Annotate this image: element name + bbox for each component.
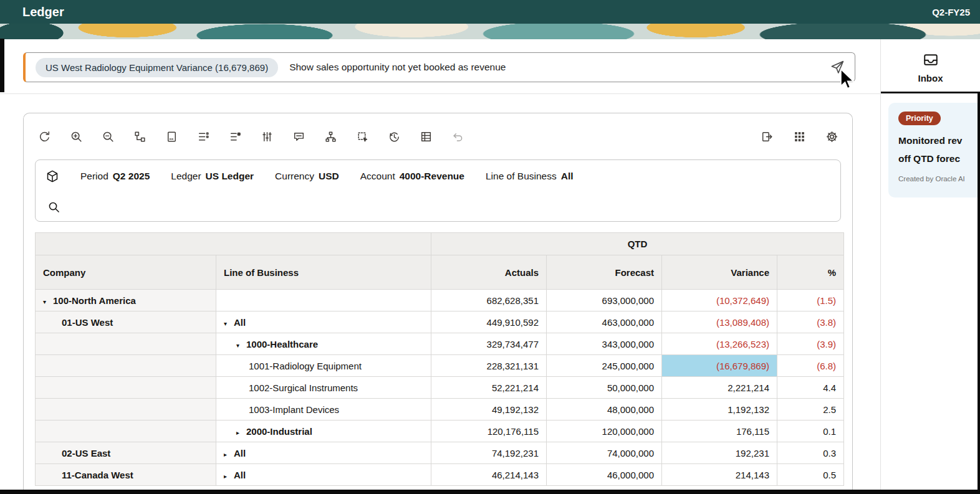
lob-cell[interactable]: 1002-Surgical Instruments <box>216 377 431 399</box>
percent-cell[interactable]: (3.9) <box>777 333 844 355</box>
variance-cell[interactable]: 2,221,214 <box>662 377 777 399</box>
percent-cell[interactable]: 0.3 <box>777 442 844 464</box>
lob-cell[interactable]: 1001-Radiology Equipment <box>216 355 431 377</box>
send-icon[interactable] <box>830 60 845 75</box>
insert-rows-icon[interactable] <box>196 130 210 143</box>
forecast-cell[interactable]: 48,000,000 <box>547 399 662 420</box>
lob-cell[interactable]: ▸All <box>216 464 431 486</box>
col-header-variance[interactable]: Variance <box>662 255 777 290</box>
variance-cell[interactable]: 214,143 <box>662 464 777 486</box>
variance-cell[interactable]: 1,192,132 <box>662 399 777 420</box>
percent-cell[interactable]: 0.5 <box>777 464 844 486</box>
col-header-line-of-business[interactable]: Line of Business <box>216 255 431 290</box>
lob-cell[interactable] <box>216 290 431 311</box>
zoom-in-icon[interactable] <box>69 130 83 143</box>
grid-layout-icon[interactable] <box>419 130 433 143</box>
prompt-context-chip[interactable]: US West Radiology Equipment Variance (16… <box>36 58 278 77</box>
actuals-cell[interactable]: 449,910,592 <box>431 311 547 333</box>
forecast-cell[interactable]: 463,000,000 <box>547 311 662 333</box>
notification-card[interactable]: Priority Monitored rev off QTD forec Cre… <box>888 103 980 197</box>
tab-inbox[interactable]: Inbox <box>881 52 980 83</box>
variance-cell[interactable]: (16,679,869) <box>662 355 777 377</box>
actuals-cell[interactable]: 46,214,143 <box>431 464 547 486</box>
forecast-cell[interactable]: 46,000,000 <box>547 464 662 486</box>
forecast-cell[interactable]: 245,000,000 <box>547 355 662 377</box>
lob-cell[interactable]: ▸2000-Industrial <box>216 420 431 442</box>
toolbar-left-group <box>37 130 464 143</box>
percent-cell[interactable]: 4.4 <box>777 377 844 399</box>
comments-icon[interactable] <box>292 130 305 143</box>
pov-label: Ledger <box>171 171 201 182</box>
company-cell[interactable] <box>36 333 216 355</box>
app-grid-icon[interactable] <box>792 130 806 143</box>
percent-cell[interactable]: 0.1 <box>777 420 844 442</box>
expand-icon[interactable]: ▸ <box>224 451 234 458</box>
row-options-icon[interactable] <box>228 130 242 143</box>
search-icon[interactable] <box>47 200 60 214</box>
table-row: ▾100-North America682,628,351693,000,000… <box>36 290 844 311</box>
refresh-icon[interactable] <box>37 130 51 143</box>
actuals-cell[interactable]: 329,734,477 <box>431 333 547 355</box>
percent-cell[interactable]: 2.5 <box>777 399 844 420</box>
drill-hierarchy-icon[interactable] <box>133 130 147 143</box>
zoom-out-icon[interactable] <box>101 130 115 143</box>
percent-cell[interactable]: (1.5) <box>777 290 844 311</box>
collapse-icon[interactable]: ▾ <box>224 320 234 327</box>
expand-icon[interactable]: ▸ <box>224 473 234 480</box>
company-cell[interactable]: 11-Canada West <box>36 464 216 486</box>
company-cell[interactable]: 01-US West <box>36 311 216 333</box>
actuals-cell[interactable]: 682,628,351 <box>431 290 547 311</box>
col-header-company[interactable]: Company <box>36 255 216 290</box>
settings-icon[interactable] <box>825 130 838 143</box>
percent-cell[interactable]: (3.8) <box>777 311 844 333</box>
forecast-cell[interactable]: 693,000,000 <box>547 290 662 311</box>
forecast-cell[interactable]: 50,000,000 <box>547 377 662 399</box>
expand-icon[interactable]: ▸ <box>236 429 246 436</box>
col-header-forecast[interactable]: Forecast <box>547 255 662 290</box>
company-cell[interactable] <box>36 399 216 420</box>
lob-cell[interactable]: 1003-Implant Devices <box>216 399 431 420</box>
collapse-icon[interactable]: ▾ <box>43 298 53 305</box>
forecast-cell[interactable]: 343,000,000 <box>547 333 662 355</box>
ai-prompt-input[interactable]: US West Radiology Equipment Variance (16… <box>23 52 855 82</box>
lob-cell[interactable]: ▾All <box>216 311 431 333</box>
variance-cell[interactable]: (10,372,649) <box>662 290 777 311</box>
adjust-columns-icon[interactable] <box>260 130 274 143</box>
variance-cell[interactable]: 176,115 <box>662 420 777 442</box>
org-chart-icon[interactable] <box>324 130 337 143</box>
region-select-icon[interactable] <box>355 130 369 143</box>
lob-cell[interactable]: ▸All <box>216 442 431 464</box>
pov-item-currency[interactable]: Currency USD <box>275 171 339 182</box>
actuals-cell[interactable]: 74,192,231 <box>431 442 547 464</box>
pov-item-period[interactable]: Period Q2 2025 <box>80 171 150 182</box>
forecast-cell[interactable]: 74,000,000 <box>547 442 662 464</box>
company-cell[interactable] <box>36 377 216 399</box>
actuals-cell[interactable]: 52,221,214 <box>431 377 547 399</box>
actuals-cell[interactable]: 49,192,132 <box>431 399 547 420</box>
history-icon[interactable] <box>387 130 401 143</box>
page-preview-icon[interactable] <box>165 130 178 143</box>
undo-icon[interactable] <box>451 130 464 143</box>
notification-title-line2: off QTD forec <box>898 150 980 168</box>
company-cell[interactable] <box>36 355 216 377</box>
variance-cell[interactable]: (13,266,523) <box>662 333 777 355</box>
forecast-cell[interactable]: 120,000,000 <box>547 420 662 442</box>
pov-item-account[interactable]: Account 4000-Revenue <box>360 171 464 182</box>
actuals-cell[interactable]: 228,321,131 <box>431 355 547 377</box>
lob-cell[interactable]: ▾1000-Healthcare <box>216 333 431 355</box>
actuals-cell[interactable]: 120,176,115 <box>431 420 547 442</box>
collapse-icon[interactable]: ▾ <box>236 342 246 349</box>
submit-data-icon[interactable] <box>760 130 774 143</box>
inbox-panel: Inbox Priority Monitored rev off QTD for… <box>880 39 980 494</box>
company-cell[interactable] <box>36 420 216 442</box>
prompt-text[interactable]: Show sales opportunity not yet booked as… <box>289 62 506 73</box>
company-cell[interactable]: ▾100-North America <box>36 290 216 311</box>
company-cell[interactable]: 02-US East <box>36 442 216 464</box>
variance-cell[interactable]: (13,089,408) <box>662 311 777 333</box>
variance-cell[interactable]: 192,231 <box>662 442 777 464</box>
col-header-percent[interactable]: % <box>777 255 844 290</box>
col-header-actuals[interactable]: Actuals <box>431 255 547 290</box>
pov-item-ledger[interactable]: Ledger US Ledger <box>171 171 254 182</box>
percent-cell[interactable]: (6.8) <box>777 355 844 377</box>
pov-item-line-of-business[interactable]: Line of Business All <box>486 171 574 182</box>
